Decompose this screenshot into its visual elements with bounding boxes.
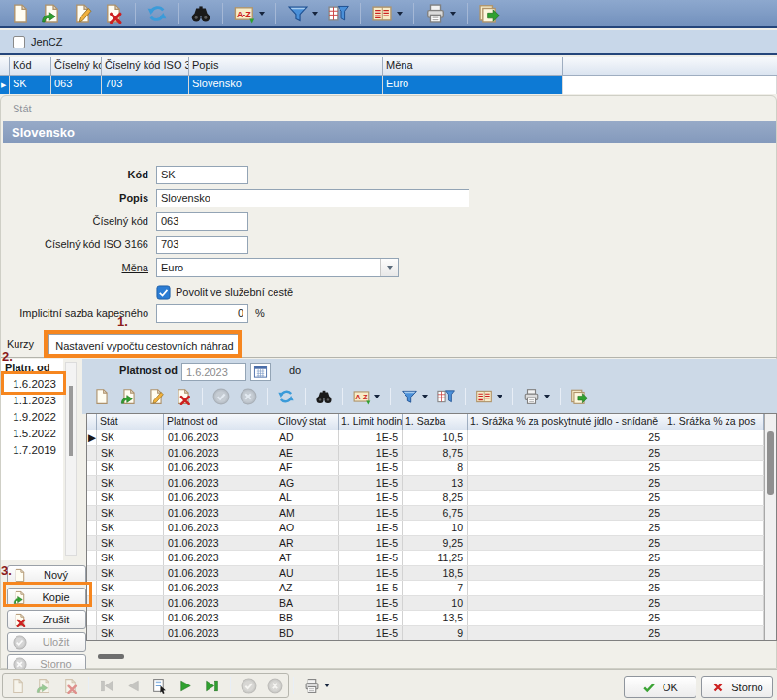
search-binoculars-icon[interactable] <box>312 386 336 407</box>
filter-icon[interactable] <box>284 1 321 26</box>
rates-cell: SK <box>97 430 164 445</box>
mena-label[interactable]: Měna <box>1 262 148 273</box>
sort-az-icon[interactable] <box>231 1 268 26</box>
rates-column-header[interactable]: 1. Srážka % za poskytnuté jídlo - snídan… <box>468 414 664 430</box>
column-header-mena[interactable]: Měna <box>383 57 563 75</box>
annotation-box-2 <box>1 371 66 395</box>
rates-table-row[interactable]: SK01.06.2023AT1E-511,2525 <box>87 551 764 566</box>
filter-icon[interactable] <box>398 386 431 407</box>
new-document-icon[interactable] <box>7 1 34 26</box>
rates-column-header[interactable]: Platnost od <box>164 414 275 430</box>
jencz-checkbox[interactable] <box>13 36 25 48</box>
copy-icon[interactable] <box>38 1 65 26</box>
dropdown-arrow-icon[interactable] <box>497 395 502 398</box>
copy-icon[interactable] <box>117 386 141 407</box>
rates-cell: 10 <box>403 596 468 611</box>
delete-icon[interactable] <box>100 1 127 26</box>
rates-table-row[interactable]: ▶SK01.06.2023AD1E-510,525 <box>87 430 764 446</box>
ok-button[interactable]: OK <box>624 676 696 698</box>
dropdown-arrow-icon[interactable] <box>544 395 550 398</box>
column-header-kod[interactable]: Kód <box>10 57 51 75</box>
new-document-icon[interactable] <box>90 386 113 407</box>
dropdown-arrow-icon[interactable] <box>324 684 330 687</box>
rates-cell: SK <box>97 551 164 565</box>
rates-table-row[interactable]: SK01.06.2023AU1E-518,525 <box>87 566 764 582</box>
kod-label: Kód <box>1 169 148 180</box>
rates-vertical-scrollbar[interactable] <box>764 414 776 640</box>
rates-column-header[interactable]: 1. Limit hodin <box>339 414 403 430</box>
rates-table-row[interactable]: SK01.06.2023AM1E-56,7525 <box>87 506 764 522</box>
print-icon[interactable] <box>422 1 459 26</box>
current-row-marker-icon: ▶ <box>87 430 97 445</box>
rates-table-row[interactable]: SK01.06.2023AG1E-51325 <box>87 476 764 492</box>
delete-icon <box>62 678 79 694</box>
rates-column-header[interactable]: 1. Srážka % za pos <box>664 414 764 430</box>
rates-column-header[interactable]: Stát <box>97 414 164 430</box>
refresh-icon[interactable] <box>144 1 171 26</box>
dropdown-arrow-icon[interactable] <box>374 395 380 398</box>
rates-table-row[interactable]: SK01.06.2023BD1E-5925 <box>87 626 764 642</box>
rates-horizontal-scrollbar-thumb[interactable] <box>98 654 124 659</box>
dropdown-arrow-icon[interactable] <box>422 395 428 398</box>
export-icon[interactable] <box>567 386 591 407</box>
edit-icon[interactable] <box>145 386 168 407</box>
rates-vertical-scrollbar-thumb[interactable] <box>767 431 774 495</box>
povolit-checkbox-checked[interactable] <box>156 285 171 300</box>
column-header-ciselny-kod[interactable]: Číselný kód <box>51 57 102 75</box>
advanced-filter-icon[interactable] <box>325 1 352 26</box>
print-icon[interactable] <box>520 386 553 407</box>
column-header-popis[interactable]: Popis <box>189 57 383 75</box>
dropdown-arrow-icon[interactable] <box>259 12 265 16</box>
rates-table-row[interactable]: SK01.06.2023AO1E-51025 <box>87 521 764 536</box>
dropdown-arrow-icon[interactable] <box>397 12 403 16</box>
edit-icon[interactable] <box>69 1 96 26</box>
dates-scrollbar[interactable] <box>65 362 77 556</box>
jencz-label: JenCZ <box>31 36 62 48</box>
rates-table-row[interactable]: SK01.06.2023AE1E-58,7525 <box>87 446 764 461</box>
kapesne-input[interactable] <box>156 304 248 323</box>
validity-date-item[interactable]: 1.5.2022 <box>1 426 63 442</box>
dropdown-arrow-icon[interactable] <box>312 12 318 16</box>
rates-table-row[interactable]: SK01.06.2023AR1E-59,2525 <box>87 536 764 552</box>
rates-cell: SK <box>97 626 164 641</box>
dates-scrollbar-thumb[interactable] <box>69 386 73 456</box>
search-binoculars-icon[interactable] <box>187 1 214 26</box>
chevron-down-icon[interactable] <box>380 259 398 276</box>
country-row-selected[interactable]: ▶ SK 063 703 Slovensko Euro <box>0 76 777 94</box>
rates-table-row[interactable]: SK01.06.2023BA1E-51025 <box>87 596 764 612</box>
dropdown-arrow-icon[interactable] <box>450 12 456 16</box>
column-header-iso[interactable]: Číselný kód ISO 3166 <box>102 57 189 75</box>
last-record-icon[interactable] <box>201 676 223 696</box>
next-record-icon[interactable] <box>175 676 197 696</box>
copy-icon <box>41 3 62 24</box>
print-icon[interactable] <box>301 676 333 696</box>
calendar-button[interactable] <box>250 363 271 381</box>
mena-select[interactable]: Euro <box>156 258 399 277</box>
rates-table-row[interactable]: SK01.06.2023AZ1E-5725 <box>87 581 764 596</box>
platnost-od-input[interactable] <box>181 363 246 381</box>
rates-column-header[interactable]: 1. Sazba <box>403 414 468 430</box>
iso-kod-input[interactable] <box>156 236 248 254</box>
delete-rate-button[interactable]: Zrušit <box>7 610 86 629</box>
rates-cell: AE <box>275 446 339 461</box>
advanced-filter-icon[interactable] <box>435 386 458 407</box>
rates-table-row[interactable]: SK01.06.2023BB1E-513,525 <box>87 611 764 626</box>
storno-button[interactable]: Storno <box>701 676 773 698</box>
validity-date-item[interactable]: 1.9.2022 <box>1 409 63 426</box>
columns-icon[interactable] <box>369 1 405 26</box>
sort-az-icon[interactable] <box>350 386 383 407</box>
validity-date-item[interactable]: 1.1.2023 <box>1 393 63 409</box>
ciselny-kod-input[interactable] <box>156 212 248 231</box>
tab-kurzy[interactable]: Kurzy <box>7 338 46 357</box>
delete-icon[interactable] <box>172 386 195 407</box>
validity-date-item[interactable]: 1.7.2019 <box>1 442 63 459</box>
rates-table-row[interactable]: SK01.06.2023AF1E-5825 <box>87 461 764 476</box>
columns-icon[interactable] <box>472 386 505 407</box>
kod-input[interactable] <box>156 166 248 184</box>
select-record-icon[interactable] <box>148 676 171 696</box>
rates-table-row[interactable]: SK01.06.2023AL1E-58,2525 <box>87 491 764 506</box>
rates-column-header[interactable]: Cílový stat <box>275 414 339 430</box>
export-icon[interactable] <box>475 1 502 26</box>
refresh-icon[interactable] <box>275 386 298 407</box>
popis-input[interactable] <box>156 189 469 207</box>
